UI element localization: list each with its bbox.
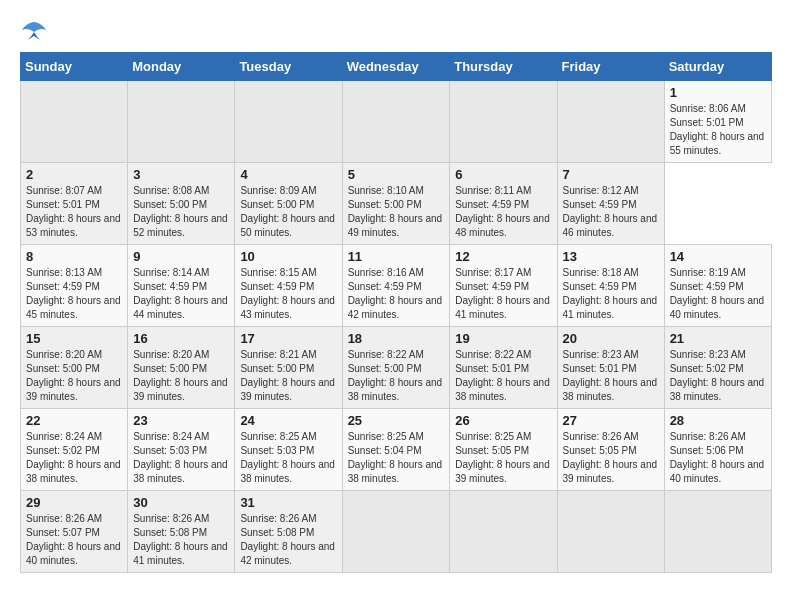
day-number: 12	[455, 249, 551, 264]
day-number: 29	[26, 495, 122, 510]
calendar-week-row: 15Sunrise: 8:20 AMSunset: 5:00 PMDayligh…	[21, 327, 772, 409]
day-info: Sunrise: 8:07 AMSunset: 5:01 PMDaylight:…	[26, 184, 122, 240]
day-info: Sunrise: 8:18 AMSunset: 4:59 PMDaylight:…	[563, 266, 659, 322]
calendar-day	[450, 491, 557, 573]
header-tuesday: Tuesday	[235, 53, 342, 81]
day-number: 6	[455, 167, 551, 182]
calendar-day: 13Sunrise: 8:18 AMSunset: 4:59 PMDayligh…	[557, 245, 664, 327]
day-number: 19	[455, 331, 551, 346]
day-number: 30	[133, 495, 229, 510]
day-number: 17	[240, 331, 336, 346]
day-number: 4	[240, 167, 336, 182]
calendar-day: 18Sunrise: 8:22 AMSunset: 5:00 PMDayligh…	[342, 327, 450, 409]
calendar-day	[557, 491, 664, 573]
day-number: 3	[133, 167, 229, 182]
calendar-day: 2Sunrise: 8:07 AMSunset: 5:01 PMDaylight…	[21, 163, 128, 245]
day-info: Sunrise: 8:06 AMSunset: 5:01 PMDaylight:…	[670, 102, 766, 158]
header-wednesday: Wednesday	[342, 53, 450, 81]
calendar-day: 6Sunrise: 8:11 AMSunset: 4:59 PMDaylight…	[450, 163, 557, 245]
day-info: Sunrise: 8:26 AMSunset: 5:08 PMDaylight:…	[240, 512, 336, 568]
day-number: 18	[348, 331, 445, 346]
day-number: 26	[455, 413, 551, 428]
empty-cell	[450, 81, 557, 163]
day-info: Sunrise: 8:14 AMSunset: 4:59 PMDaylight:…	[133, 266, 229, 322]
calendar-week-row: 8Sunrise: 8:13 AMSunset: 4:59 PMDaylight…	[21, 245, 772, 327]
day-number: 1	[670, 85, 766, 100]
page-header	[20, 20, 772, 42]
empty-cell	[342, 81, 450, 163]
calendar-day: 9Sunrise: 8:14 AMSunset: 4:59 PMDaylight…	[128, 245, 235, 327]
day-number: 16	[133, 331, 229, 346]
calendar-day: 7Sunrise: 8:12 AMSunset: 4:59 PMDaylight…	[557, 163, 664, 245]
calendar-day: 16Sunrise: 8:20 AMSunset: 5:00 PMDayligh…	[128, 327, 235, 409]
day-info: Sunrise: 8:13 AMSunset: 4:59 PMDaylight:…	[26, 266, 122, 322]
calendar-day: 14Sunrise: 8:19 AMSunset: 4:59 PMDayligh…	[664, 245, 771, 327]
calendar-week-row: 1Sunrise: 8:06 AMSunset: 5:01 PMDaylight…	[21, 81, 772, 163]
calendar-day: 15Sunrise: 8:20 AMSunset: 5:00 PMDayligh…	[21, 327, 128, 409]
calendar-day: 10Sunrise: 8:15 AMSunset: 4:59 PMDayligh…	[235, 245, 342, 327]
calendar-day	[342, 491, 450, 573]
day-number: 28	[670, 413, 766, 428]
header-monday: Monday	[128, 53, 235, 81]
day-info: Sunrise: 8:12 AMSunset: 4:59 PMDaylight:…	[563, 184, 659, 240]
calendar-day: 23Sunrise: 8:24 AMSunset: 5:03 PMDayligh…	[128, 409, 235, 491]
day-number: 5	[348, 167, 445, 182]
day-info: Sunrise: 8:24 AMSunset: 5:02 PMDaylight:…	[26, 430, 122, 486]
day-info: Sunrise: 8:19 AMSunset: 4:59 PMDaylight:…	[670, 266, 766, 322]
day-info: Sunrise: 8:08 AMSunset: 5:00 PMDaylight:…	[133, 184, 229, 240]
day-number: 8	[26, 249, 122, 264]
day-info: Sunrise: 8:24 AMSunset: 5:03 PMDaylight:…	[133, 430, 229, 486]
calendar-day	[664, 491, 771, 573]
day-info: Sunrise: 8:20 AMSunset: 5:00 PMDaylight:…	[133, 348, 229, 404]
calendar-day: 24Sunrise: 8:25 AMSunset: 5:03 PMDayligh…	[235, 409, 342, 491]
day-info: Sunrise: 8:22 AMSunset: 5:00 PMDaylight:…	[348, 348, 445, 404]
day-info: Sunrise: 8:15 AMSunset: 4:59 PMDaylight:…	[240, 266, 336, 322]
day-number: 21	[670, 331, 766, 346]
calendar-day: 27Sunrise: 8:26 AMSunset: 5:05 PMDayligh…	[557, 409, 664, 491]
calendar-day: 31Sunrise: 8:26 AMSunset: 5:08 PMDayligh…	[235, 491, 342, 573]
calendar-day: 25Sunrise: 8:25 AMSunset: 5:04 PMDayligh…	[342, 409, 450, 491]
day-number: 25	[348, 413, 445, 428]
day-info: Sunrise: 8:20 AMSunset: 5:00 PMDaylight:…	[26, 348, 122, 404]
calendar-day: 30Sunrise: 8:26 AMSunset: 5:08 PMDayligh…	[128, 491, 235, 573]
calendar-day: 26Sunrise: 8:25 AMSunset: 5:05 PMDayligh…	[450, 409, 557, 491]
day-info: Sunrise: 8:26 AMSunset: 5:05 PMDaylight:…	[563, 430, 659, 486]
calendar-table: SundayMondayTuesdayWednesdayThursdayFrid…	[20, 52, 772, 573]
logo	[20, 20, 52, 42]
day-number: 22	[26, 413, 122, 428]
day-info: Sunrise: 8:22 AMSunset: 5:01 PMDaylight:…	[455, 348, 551, 404]
day-info: Sunrise: 8:17 AMSunset: 4:59 PMDaylight:…	[455, 266, 551, 322]
header-friday: Friday	[557, 53, 664, 81]
day-number: 31	[240, 495, 336, 510]
calendar-day: 21Sunrise: 8:23 AMSunset: 5:02 PMDayligh…	[664, 327, 771, 409]
day-info: Sunrise: 8:25 AMSunset: 5:04 PMDaylight:…	[348, 430, 445, 486]
day-info: Sunrise: 8:26 AMSunset: 5:07 PMDaylight:…	[26, 512, 122, 568]
day-number: 15	[26, 331, 122, 346]
day-info: Sunrise: 8:23 AMSunset: 5:02 PMDaylight:…	[670, 348, 766, 404]
calendar-day: 1Sunrise: 8:06 AMSunset: 5:01 PMDaylight…	[664, 81, 771, 163]
header-saturday: Saturday	[664, 53, 771, 81]
day-info: Sunrise: 8:21 AMSunset: 5:00 PMDaylight:…	[240, 348, 336, 404]
day-number: 20	[563, 331, 659, 346]
calendar-day: 12Sunrise: 8:17 AMSunset: 4:59 PMDayligh…	[450, 245, 557, 327]
day-number: 10	[240, 249, 336, 264]
calendar-day: 17Sunrise: 8:21 AMSunset: 5:00 PMDayligh…	[235, 327, 342, 409]
day-number: 27	[563, 413, 659, 428]
calendar-day: 4Sunrise: 8:09 AMSunset: 5:00 PMDaylight…	[235, 163, 342, 245]
calendar-week-row: 2Sunrise: 8:07 AMSunset: 5:01 PMDaylight…	[21, 163, 772, 245]
day-number: 11	[348, 249, 445, 264]
calendar-week-row: 29Sunrise: 8:26 AMSunset: 5:07 PMDayligh…	[21, 491, 772, 573]
empty-cell	[557, 81, 664, 163]
day-info: Sunrise: 8:09 AMSunset: 5:00 PMDaylight:…	[240, 184, 336, 240]
day-info: Sunrise: 8:25 AMSunset: 5:03 PMDaylight:…	[240, 430, 336, 486]
calendar-day: 8Sunrise: 8:13 AMSunset: 4:59 PMDaylight…	[21, 245, 128, 327]
day-number: 14	[670, 249, 766, 264]
calendar-week-row: 22Sunrise: 8:24 AMSunset: 5:02 PMDayligh…	[21, 409, 772, 491]
empty-cell	[128, 81, 235, 163]
day-info: Sunrise: 8:10 AMSunset: 5:00 PMDaylight:…	[348, 184, 445, 240]
empty-cell	[21, 81, 128, 163]
header-thursday: Thursday	[450, 53, 557, 81]
calendar-day: 20Sunrise: 8:23 AMSunset: 5:01 PMDayligh…	[557, 327, 664, 409]
day-info: Sunrise: 8:11 AMSunset: 4:59 PMDaylight:…	[455, 184, 551, 240]
day-number: 24	[240, 413, 336, 428]
